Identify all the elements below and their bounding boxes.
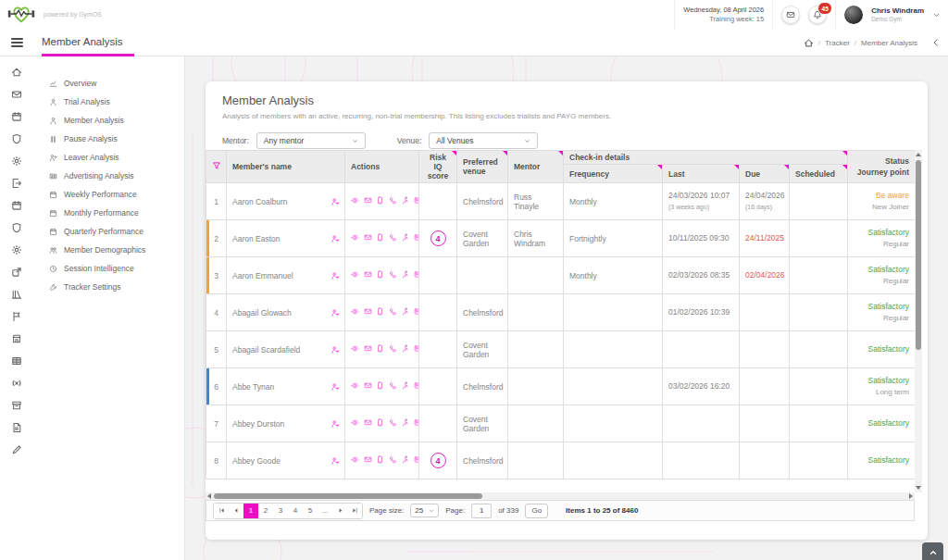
page-button[interactable]: 4 [288,504,303,518]
member-profile-icon[interactable] [331,456,340,466]
cogs-icon[interactable] [0,239,33,261]
clear-filters-header[interactable] [206,151,227,183]
view-icon[interactable] [351,381,359,390]
member-profile-icon[interactable] [331,345,340,355]
app-logo[interactable]: powered by GymOS [7,4,102,24]
email-icon[interactable] [364,233,372,242]
activity-icon[interactable] [401,307,409,316]
activity-icon[interactable] [401,418,409,427]
page-button[interactable]: 1 [243,504,258,518]
view-icon[interactable] [351,344,359,353]
venue-filter-select[interactable]: All Venues [429,132,538,149]
col-members-name[interactable]: Member's name [227,151,345,183]
sidebar-item-monthly-performance[interactable]: Monthly Performance [33,204,184,222]
risk-iq-badge[interactable]: 4 [430,453,446,468]
activity-icon[interactable] [401,233,409,242]
view-icon[interactable] [351,233,359,242]
first-page-button[interactable] [214,504,229,518]
call-icon[interactable] [389,455,397,464]
col-risk-iq-score[interactable]: Risk IQ score [419,151,457,183]
col-scheduled[interactable]: Scheduled [790,165,848,183]
email-icon[interactable] [364,307,372,316]
library-icon[interactable] [0,283,33,305]
home-icon[interactable] [0,61,33,83]
email-icon[interactable] [364,418,372,427]
call-icon[interactable] [389,270,397,279]
page-input[interactable]: 1 [471,504,492,518]
card-icon[interactable] [414,307,419,316]
email-icon[interactable] [364,196,372,205]
call-icon[interactable] [389,381,397,390]
go-button[interactable]: Go [525,504,548,518]
calendar-icon[interactable] [0,106,33,128]
mentor-filter-select[interactable]: Any mentor [256,132,366,149]
email-icon[interactable] [364,455,372,464]
sms-icon[interactable] [376,455,384,464]
view-icon[interactable] [351,418,359,427]
sign-out-icon[interactable] [0,172,33,194]
sidebar-item-trial-analysis[interactable]: Trial Analysis [33,93,184,111]
flag-icon[interactable] [0,305,33,328]
call-icon[interactable] [389,344,397,353]
page-button[interactable]: 3 [273,504,288,518]
broadcast-icon[interactable] [0,372,33,394]
sms-icon[interactable] [376,270,384,279]
call-icon[interactable] [389,196,397,205]
calendar-icon[interactable] [0,194,33,217]
col-frequency[interactable]: Frequency [564,165,663,183]
card-icon[interactable] [414,344,419,353]
page-button[interactable]: 5 [303,504,318,518]
member-profile-icon[interactable] [331,308,340,317]
shop-icon[interactable] [0,328,33,350]
messages-button[interactable] [781,6,800,24]
card-icon[interactable] [414,381,419,390]
activity-icon[interactable] [401,381,409,390]
table-icon[interactable] [0,350,33,372]
prev-page-button[interactable] [229,504,243,518]
card-icon[interactable] [414,196,419,205]
pen-icon[interactable] [0,439,33,461]
activity-icon[interactable] [401,455,409,464]
share-icon[interactable] [0,261,33,283]
sms-icon[interactable] [376,233,384,242]
sidebar-item-session-intelligence[interactable]: Session Intelligence [33,259,184,278]
sidebar-item-weekly-performance[interactable]: Weekly Performance [33,185,184,204]
sidebar-item-leaver-analysis[interactable]: Leaver Analysis [33,148,184,167]
filter-icon[interactable] [212,161,221,170]
horizontal-scrollbar[interactable] [206,492,915,500]
member-profile-icon[interactable] [331,271,340,280]
call-icon[interactable] [389,233,397,242]
vertical-scroll-thumb[interactable] [916,160,921,350]
card-icon[interactable] [414,270,419,279]
email-icon[interactable] [364,344,372,353]
archive-icon[interactable] [0,394,33,417]
member-profile-icon[interactable] [331,382,340,392]
sms-icon[interactable] [376,196,384,205]
page-ellipsis-button[interactable]: ... [318,504,332,518]
scroll-up-arrow[interactable] [916,153,921,156]
chevron-down-icon[interactable] [932,11,941,19]
avatar[interactable] [844,6,863,24]
view-icon[interactable] [351,455,359,464]
member-profile-icon[interactable] [331,234,340,243]
view-icon[interactable] [351,196,359,205]
col-due[interactable]: Due [740,165,790,183]
scroll-down-arrow[interactable] [916,486,921,490]
scroll-right-arrow[interactable] [909,493,913,499]
next-page-button[interactable] [332,504,347,518]
email-icon[interactable] [364,381,372,390]
shield-icon[interactable] [0,217,33,239]
sidebar-item-overview[interactable]: Overview [33,74,184,93]
sidebar-item-quarterly-performance[interactable]: Quarterly Performance [33,222,184,241]
scroll-left-arrow[interactable] [207,493,211,499]
col-last[interactable]: Last [663,165,740,183]
scroll-to-top-button[interactable] [922,542,943,560]
last-page-button[interactable] [347,504,362,518]
activity-icon[interactable] [401,270,409,279]
col-mentor[interactable]: Mentor [508,151,564,183]
card-icon[interactable] [414,233,419,242]
sms-icon[interactable] [376,381,384,390]
page-size-select[interactable]: 25 [410,504,439,517]
sidebar-item-pause-analysis[interactable]: Pause Analysis [33,130,184,148]
col-status-journey[interactable]: Status Journey point [848,151,916,183]
